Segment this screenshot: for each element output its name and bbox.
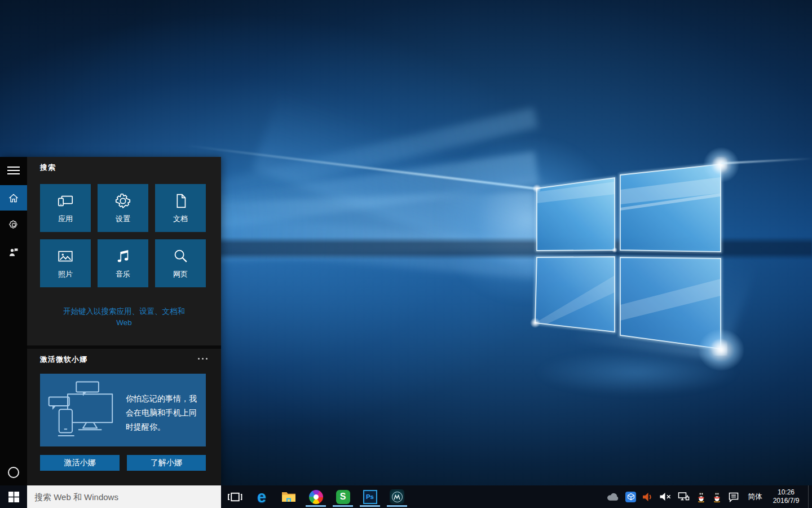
file-explorer-icon <box>281 491 296 503</box>
start-button[interactable] <box>0 485 27 508</box>
web-search-icon <box>171 247 189 265</box>
cortana-promo-card: 你怕忘记的事情，我会在电脑和手机上同时提醒你。 <box>40 374 206 446</box>
search-section: 搜索 应用 <box>27 157 221 345</box>
cortana-card-text: 你怕忘记的事情，我会在电脑和手机上同时提醒你。 <box>126 374 206 446</box>
clock-time: 10:26 <box>769 488 803 497</box>
tile-documents[interactable]: 文档 <box>155 184 206 232</box>
edge-browser-icon: e <box>257 489 266 505</box>
taskbar-clock[interactable]: 10:26 2016/7/9 <box>769 488 805 505</box>
task-view-icon <box>227 491 242 503</box>
document-icon <box>171 192 189 210</box>
network-icon[interactable] <box>676 485 692 508</box>
search-category-tiles: 应用 设置 文档 <box>40 184 206 287</box>
motorola-app-icon <box>390 489 404 504</box>
tile-label: 音乐 <box>116 269 130 279</box>
person-feedback-icon <box>8 247 19 258</box>
tile-label: 设置 <box>116 214 130 224</box>
volume-muted-icon[interactable] <box>657 485 673 508</box>
qq-icon-2[interactable] <box>710 485 723 508</box>
tile-label: 照片 <box>58 269 73 279</box>
hamburger-icon <box>7 164 20 177</box>
tile-label: 应用 <box>58 214 73 224</box>
running-indicator <box>333 505 353 507</box>
rail-item-home[interactable] <box>0 185 27 211</box>
cortana-buttons-row: 激活小娜 了解小娜 <box>40 455 206 471</box>
apps-devices-icon <box>56 192 74 210</box>
photo-icon <box>56 247 74 265</box>
rail-item-settings[interactable] <box>0 214 27 235</box>
tile-settings[interactable]: 设置 <box>98 184 148 232</box>
action-center-icon[interactable] <box>726 485 741 508</box>
taskbar-search-input[interactable] <box>27 485 221 508</box>
photoshop-icon: Ps <box>363 490 377 504</box>
running-indicator <box>306 505 326 507</box>
tile-apps[interactable]: 应用 <box>40 184 91 232</box>
more-options-button[interactable] <box>198 358 208 360</box>
logo-corner-glint <box>691 323 751 377</box>
tile-photos[interactable]: 照片 <box>40 239 91 287</box>
cortana-circle-icon <box>8 467 19 478</box>
tile-web[interactable]: 网页 <box>155 239 206 287</box>
menu-button[interactable] <box>0 160 27 181</box>
tile-label: 网页 <box>173 269 188 279</box>
task-view-button[interactable] <box>221 485 248 508</box>
settings-gear-icon <box>114 192 132 210</box>
running-indicator <box>387 505 407 507</box>
home-icon <box>8 192 19 204</box>
rail-item-feedback[interactable] <box>0 242 27 262</box>
ime-language-indicator[interactable]: 简体 <box>744 485 766 508</box>
flyout-nav-rail <box>0 157 27 485</box>
taskbar-app-motorola[interactable] <box>383 485 411 508</box>
music-notes-icon <box>114 247 132 265</box>
hint-line-1: 开始键入以搜索应用、设置、文档和 <box>63 307 185 316</box>
search-section-title: 搜索 <box>40 163 56 173</box>
motorola-ring-icon <box>392 492 403 502</box>
taskbar: e S Ps <box>0 485 812 508</box>
qq-icon-1[interactable] <box>695 485 708 508</box>
tile-label: 文档 <box>173 214 188 224</box>
system-tray: 简体 10:26 2016/7/9 <box>604 485 812 508</box>
cortana-section-title: 激活微软小娜 <box>40 354 87 365</box>
rail-item-cortana[interactable] <box>0 462 27 483</box>
onedrive-cloud-icon[interactable] <box>604 485 621 508</box>
cortana-section: 激活微软小娜 <box>27 349 221 485</box>
gear-icon <box>8 220 19 230</box>
flyout-content: 搜索 应用 <box>27 157 221 485</box>
audio-manager-icon[interactable] <box>641 485 655 508</box>
green-s-app-icon: S <box>336 490 350 504</box>
taskbar-search-box <box>27 485 221 508</box>
running-indicator <box>360 505 380 507</box>
logo-corner-glint <box>697 141 745 189</box>
cube-tray-icon[interactable] <box>624 485 638 508</box>
clock-date: 2016/7/9 <box>769 497 803 505</box>
taskbar-app-green-s[interactable]: S <box>329 485 356 508</box>
taskbar-app-file-explorer[interactable] <box>275 485 302 508</box>
search-flyout-panel: 搜索 应用 <box>0 157 221 485</box>
devices-illustration-icon <box>40 374 126 446</box>
hint-line-2: Web <box>116 318 132 327</box>
windows-start-icon <box>8 492 19 502</box>
taskbar-app-photoshop[interactable]: Ps <box>356 485 383 508</box>
desktop: 搜索 应用 <box>0 0 812 508</box>
search-hint-text: 开始键入以搜索应用、设置、文档和 Web <box>27 306 221 329</box>
learn-cortana-button[interactable]: 了解小娜 <box>127 455 206 471</box>
tile-music[interactable]: 音乐 <box>98 239 148 287</box>
taskbar-app-edge[interactable]: e <box>248 485 275 508</box>
taskbar-app-pinwheel[interactable] <box>302 485 329 508</box>
pinwheel-app-icon <box>309 490 323 504</box>
activate-cortana-button[interactable]: 激活小娜 <box>40 455 120 471</box>
show-desktop-button[interactable] <box>808 485 812 508</box>
